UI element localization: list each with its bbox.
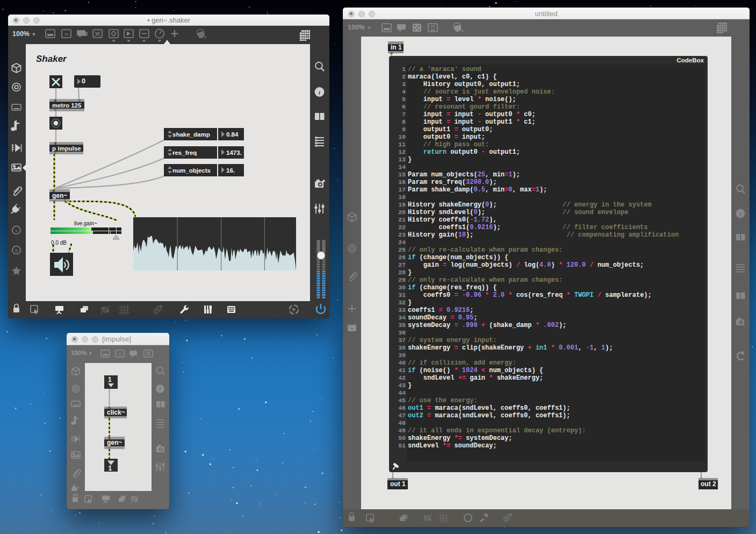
svg-text:v: v bbox=[16, 228, 18, 233]
svg-text:i: i bbox=[160, 386, 161, 392]
svg-text:m: m bbox=[64, 31, 68, 37]
svg-text:b: b bbox=[15, 248, 18, 253]
svg-text:m: m bbox=[118, 352, 121, 357]
svg-text:~: ~ bbox=[350, 326, 353, 331]
svg-text:de: de bbox=[431, 29, 435, 32]
svg-text:i: i bbox=[740, 211, 741, 217]
